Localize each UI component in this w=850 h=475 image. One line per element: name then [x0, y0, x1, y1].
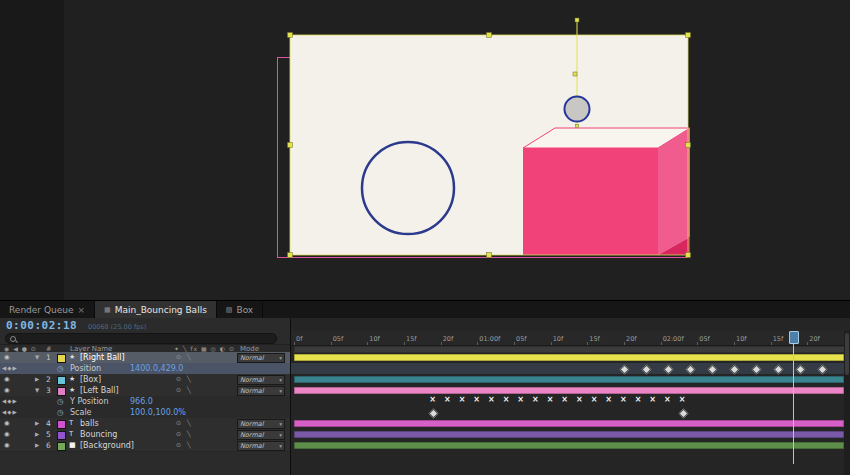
property-value[interactable]: 1400.0,429.0 [130, 364, 183, 373]
mode-dropdown[interactable]: Normal▾ [237, 430, 285, 440]
layer-name[interactable]: Bouncing [80, 430, 117, 439]
mode-dropdown[interactable]: Normal▾ [237, 419, 285, 429]
mode-dropdown[interactable]: Normal▾ [237, 353, 285, 363]
eye-icon[interactable]: ◉ [4, 430, 10, 438]
mode-dropdown[interactable]: Normal▾ [237, 441, 285, 451]
label-swatch[interactable] [57, 442, 66, 451]
label-swatch[interactable] [57, 354, 66, 363]
keyframe-icon[interactable] [774, 364, 784, 374]
guide-bezier-handle[interactable] [573, 72, 577, 76]
eye-icon[interactable]: ◉ [4, 375, 10, 383]
label-swatch[interactable] [57, 431, 66, 440]
layer-switches[interactable]: ⊙ ╲ [176, 419, 193, 426]
layer-name[interactable]: balls [80, 419, 99, 428]
keyframe-track-position[interactable] [291, 363, 850, 374]
keyframe-icon[interactable]: × [649, 395, 656, 404]
handle-top-center[interactable] [487, 33, 492, 38]
close-icon[interactable]: × [77, 305, 85, 315]
keyframe-icon[interactable]: × [664, 395, 671, 404]
property-value[interactable]: 966.0 [130, 397, 153, 406]
mode-dropdown[interactable]: Normal▾ [237, 386, 285, 396]
box-side-face[interactable] [658, 128, 690, 255]
keyframe-icon[interactable] [708, 364, 718, 374]
keyframe-icon[interactable]: × [444, 395, 451, 404]
playhead-handle[interactable] [789, 331, 799, 344]
tab-box[interactable]: ▨ Box [217, 301, 263, 318]
expander-icon[interactable]: ▶ [35, 431, 39, 437]
keyframe-track-y-position[interactable]: ×××××××××××××××××× [291, 396, 850, 407]
right-ball-shape[interactable] [565, 97, 590, 122]
keyframe-icon[interactable] [818, 364, 828, 374]
label-swatch[interactable] [57, 420, 66, 429]
tab-render-queue[interactable]: Render Queue × [0, 301, 95, 318]
label-swatch[interactable] [57, 376, 66, 385]
expander-icon[interactable]: ▼ [35, 354, 39, 360]
stopwatch-icon[interactable]: ◷ [57, 397, 64, 406]
expander-icon[interactable]: ▶ [35, 376, 39, 382]
property-name[interactable]: Scale [70, 408, 92, 417]
tab-main-bouncing-balls[interactable]: ▦ Main_Bouncing Balls [95, 301, 217, 318]
layer-duration-bar[interactable] [294, 431, 844, 438]
mode-dropdown[interactable]: Normal▾ [237, 375, 285, 385]
eye-icon[interactable]: ◉ [4, 386, 10, 394]
vertical-scrollbar[interactable] [844, 331, 850, 475]
keyframe-nav-icons[interactable]: ◀◆▶ [2, 409, 18, 415]
layer-switches[interactable]: ⊙ ╲ [176, 375, 193, 382]
layer-duration-bar[interactable] [294, 354, 844, 361]
eye-icon[interactable]: ◉ [4, 353, 10, 361]
layer-name[interactable]: [Background] [80, 441, 134, 450]
layer-duration-bar[interactable] [294, 387, 844, 394]
keyframe-icon[interactable]: × [488, 395, 495, 404]
scrollbar-thumb[interactable] [845, 333, 849, 375]
search-input[interactable] [19, 335, 272, 342]
eye-icon[interactable]: ◉ [4, 441, 10, 449]
handle-bottom-right[interactable] [686, 253, 691, 258]
keyframe-icon[interactable]: × [591, 395, 598, 404]
layer-switches[interactable]: ⊙ ╲ [176, 386, 193, 393]
handle-mid-right[interactable] [686, 143, 691, 148]
current-timecode[interactable]: 0:00:02:18 [6, 319, 77, 332]
keyframe-icon[interactable]: × [473, 395, 480, 404]
keyframe-nav-icons[interactable]: ◀◆▶ [2, 398, 18, 404]
property-name[interactable]: Y Position [70, 397, 109, 406]
handle-mid-left[interactable] [288, 143, 293, 148]
keyframe-icon[interactable] [642, 364, 652, 374]
stopwatch-icon[interactable]: ◷ [57, 408, 64, 417]
timeline-ruler[interactable]: 0f05f10f15f20f01:00f05f10f15f20f02:00f05… [291, 331, 850, 346]
layer-duration-bar[interactable] [294, 376, 844, 383]
keyframe-nav-icons[interactable]: ◀◆▶ [2, 365, 18, 371]
layer-row-background[interactable]: ◉ ▶ 6 ■ [Background] ⊙ ╲ Normal▾ [0, 440, 290, 452]
layer-switches[interactable]: ⊙ ╲ [176, 353, 193, 360]
layer-switches[interactable]: ⊙ ╲ [176, 441, 193, 448]
keyframe-icon[interactable] [686, 364, 696, 374]
keyframe-icon[interactable] [429, 408, 439, 418]
keyframe-icon[interactable] [752, 364, 762, 374]
keyframe-icon[interactable]: × [635, 395, 642, 404]
keyframe-icon[interactable] [796, 364, 806, 374]
handle-bottom-center[interactable] [487, 253, 492, 258]
playhead[interactable] [793, 331, 794, 464]
keyframe-icon[interactable]: × [605, 395, 612, 404]
layer-duration-bar[interactable] [294, 442, 844, 449]
layer-name[interactable]: [Right Ball] [80, 353, 125, 362]
keyframe-icon[interactable]: × [547, 395, 554, 404]
label-swatch[interactable] [57, 387, 66, 396]
keyframe-icon[interactable]: × [576, 395, 583, 404]
keyframe-icon[interactable] [730, 364, 740, 374]
keyframe-icon[interactable]: × [561, 395, 568, 404]
ball-anchor-point[interactable] [576, 125, 579, 128]
layer-name[interactable]: [Left Ball] [80, 386, 119, 395]
keyframe-icon[interactable] [620, 364, 630, 374]
handle-top-right[interactable] [686, 33, 691, 38]
expander-icon[interactable]: ▶ [35, 420, 39, 426]
keyframe-icon[interactable] [678, 408, 688, 418]
layer-name[interactable]: [Box] [80, 375, 101, 384]
handle-top-left[interactable] [288, 33, 293, 38]
keyframe-icon[interactable]: × [620, 395, 627, 404]
expander-icon[interactable]: ▶ [35, 442, 39, 448]
box-front-face[interactable] [523, 148, 658, 255]
expander-icon[interactable]: ▼ [35, 387, 39, 393]
eye-icon[interactable]: ◉ [4, 419, 10, 427]
keyframe-icon[interactable]: × [517, 395, 524, 404]
guide-top-handle[interactable] [575, 18, 579, 22]
